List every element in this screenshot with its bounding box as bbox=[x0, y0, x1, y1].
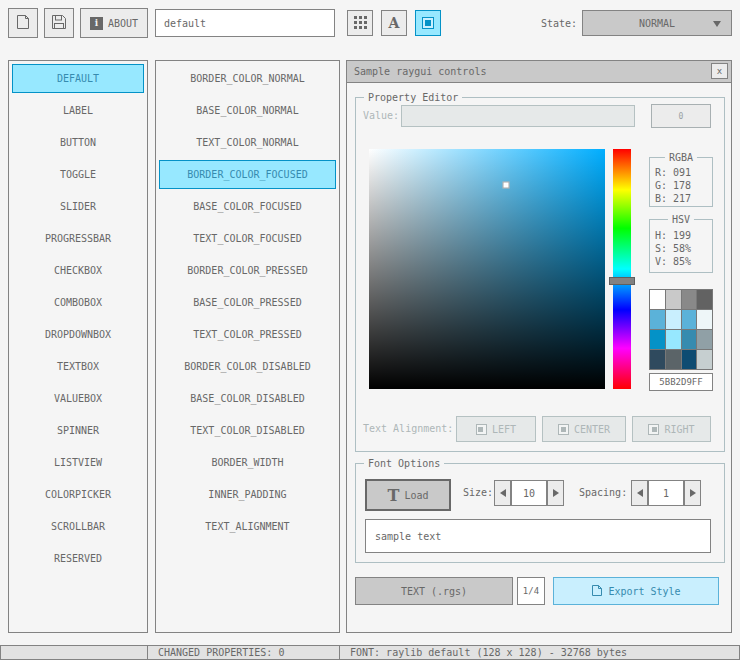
control-item-label[interactable]: LABEL bbox=[12, 96, 144, 125]
property-item-base-color-focused[interactable]: BASE_COLOR_FOCUSED bbox=[159, 192, 336, 221]
size-value-box[interactable]: 10 bbox=[511, 480, 547, 506]
style-name-input[interactable] bbox=[155, 9, 335, 37]
control-item-progressbar[interactable]: PROGRESSBAR bbox=[12, 224, 144, 253]
property-editor-group-label: Property Editor bbox=[364, 91, 462, 104]
align-center-label: CENTER bbox=[574, 424, 610, 435]
control-item-button[interactable]: BUTTON bbox=[12, 128, 144, 157]
control-item-spinner[interactable]: SPINNER bbox=[12, 416, 144, 445]
state-dropdown[interactable]: NORMAL bbox=[582, 10, 732, 36]
property-item-inner-padding[interactable]: INNER_PADDING bbox=[159, 480, 336, 509]
spacing-value-box[interactable]: 1 bbox=[648, 480, 684, 506]
property-item-text-color-pressed[interactable]: TEXT_COLOR_PRESSED bbox=[159, 320, 336, 349]
export-format-dropdown[interactable]: TEXT (.rgs) bbox=[355, 577, 513, 605]
chevron-down-icon bbox=[713, 21, 721, 27]
color-picker-area[interactable] bbox=[369, 149, 605, 389]
load-style-button[interactable] bbox=[8, 8, 38, 38]
palette-swatch[interactable] bbox=[666, 310, 681, 329]
controls-list: DEFAULTLABELBUTTONTOGGLESLIDERPROGRESSBA… bbox=[8, 60, 148, 633]
value-input[interactable] bbox=[401, 105, 635, 127]
control-item-dropdownbox[interactable]: DROPDOWNBOX bbox=[12, 320, 144, 349]
state-dropdown-value: NORMAL bbox=[639, 18, 675, 29]
page-indicator-button[interactable]: 1/4 bbox=[517, 577, 545, 605]
control-item-combobox[interactable]: COMBOBOX bbox=[12, 288, 144, 317]
sample-text-box[interactable]: sample text bbox=[365, 519, 711, 553]
save-style-button[interactable] bbox=[44, 8, 74, 38]
property-item-border-color-disabled[interactable]: BORDER_COLOR_DISABLED bbox=[159, 352, 336, 381]
palette-swatch[interactable] bbox=[650, 350, 665, 369]
property-item-base-color-normal[interactable]: BASE_COLOR_NORMAL bbox=[159, 96, 336, 125]
property-item-border-color-pressed[interactable]: BORDER_COLOR_PRESSED bbox=[159, 256, 336, 285]
about-button[interactable]: i ABOUT bbox=[80, 8, 148, 38]
floppy-disk-icon bbox=[51, 14, 67, 32]
rgba-g-value: G: 178 bbox=[655, 179, 712, 192]
color-picker-marker[interactable] bbox=[502, 182, 509, 189]
control-item-colorpicker[interactable]: COLORPICKER bbox=[12, 480, 144, 509]
size-label: Size: bbox=[463, 487, 493, 499]
style-table-button[interactable] bbox=[347, 10, 373, 36]
align-center-button[interactable]: CENTER bbox=[542, 416, 626, 442]
value-mini-button[interactable]: 0 bbox=[651, 104, 711, 128]
align-right-button[interactable]: RIGHT bbox=[632, 416, 711, 442]
statusbar-left-cell bbox=[0, 645, 148, 660]
hsv-v-value: V: 85% bbox=[655, 255, 712, 268]
spacing-increment-button[interactable] bbox=[684, 480, 701, 506]
property-item-border-color-focused[interactable]: BORDER_COLOR_FOCUSED bbox=[159, 160, 336, 189]
palette-swatch[interactable] bbox=[697, 290, 712, 309]
style-editor-button[interactable] bbox=[415, 10, 441, 36]
palette-swatch[interactable] bbox=[650, 290, 665, 309]
properties-list: BORDER_COLOR_NORMALBASE_COLOR_NORMALTEXT… bbox=[155, 60, 340, 633]
control-item-slider[interactable]: SLIDER bbox=[12, 192, 144, 221]
hue-bar[interactable] bbox=[613, 149, 631, 389]
control-item-reserved[interactable]: RESERVED bbox=[12, 544, 144, 573]
control-item-textbox[interactable]: TEXTBOX bbox=[12, 352, 144, 381]
control-item-default[interactable]: DEFAULT bbox=[12, 64, 144, 93]
close-button[interactable]: x bbox=[711, 63, 728, 79]
hex-input[interactable] bbox=[649, 373, 713, 391]
property-item-border-color-normal[interactable]: BORDER_COLOR_NORMAL bbox=[159, 64, 336, 93]
hue-slider-handle[interactable] bbox=[609, 277, 635, 285]
spacing-decrement-button[interactable] bbox=[631, 480, 648, 506]
triangle-right-icon bbox=[553, 489, 559, 497]
palette-swatch[interactable] bbox=[697, 350, 712, 369]
state-label: State: bbox=[541, 18, 577, 30]
property-item-text-color-normal[interactable]: TEXT_COLOR_NORMAL bbox=[159, 128, 336, 157]
size-decrement-button[interactable] bbox=[494, 480, 511, 506]
hsv-group: HSV H: 199 S: 58% V: 85% bbox=[649, 219, 713, 273]
control-item-toggle[interactable]: TOGGLE bbox=[12, 160, 144, 189]
palette-swatch[interactable] bbox=[650, 310, 665, 329]
palette-swatch[interactable] bbox=[666, 290, 681, 309]
palette-swatch[interactable] bbox=[650, 330, 665, 349]
palette-swatch[interactable] bbox=[697, 310, 712, 329]
size-increment-button[interactable] bbox=[547, 480, 564, 506]
property-item-base-color-pressed[interactable]: BASE_COLOR_PRESSED bbox=[159, 288, 336, 317]
export-icon bbox=[591, 584, 603, 599]
property-item-base-color-disabled[interactable]: BASE_COLOR_DISABLED bbox=[159, 384, 336, 413]
spacing-label: Spacing: bbox=[579, 487, 627, 499]
align-left-button[interactable]: LEFT bbox=[456, 416, 536, 442]
property-item-text-alignment[interactable]: TEXT_ALIGNMENT bbox=[159, 512, 336, 541]
align-right-label: RIGHT bbox=[664, 424, 694, 435]
sample-window-title: Sample raygui controls bbox=[354, 66, 486, 77]
rgba-r-value: R: 091 bbox=[655, 166, 712, 179]
load-font-button[interactable]: T Load bbox=[365, 479, 451, 511]
property-item-border-width[interactable]: BORDER_WIDTH bbox=[159, 448, 336, 477]
align-left-icon bbox=[476, 424, 487, 435]
palette-swatch[interactable] bbox=[666, 330, 681, 349]
palette-swatch[interactable] bbox=[697, 330, 712, 349]
property-item-text-color-focused[interactable]: TEXT_COLOR_FOCUSED bbox=[159, 224, 336, 253]
palette-swatch[interactable] bbox=[682, 350, 697, 369]
palette-swatch[interactable] bbox=[666, 350, 681, 369]
control-item-checkbox[interactable]: CHECKBOX bbox=[12, 256, 144, 285]
palette-swatch[interactable] bbox=[682, 290, 697, 309]
export-style-button[interactable]: Export Style bbox=[553, 577, 719, 605]
font-atlas-button[interactable]: A bbox=[381, 10, 407, 36]
palette-swatch[interactable] bbox=[682, 330, 697, 349]
property-item-text-color-disabled[interactable]: TEXT_COLOR_DISABLED bbox=[159, 416, 336, 445]
value-label: Value: bbox=[363, 110, 399, 122]
palette-swatch[interactable] bbox=[682, 310, 697, 329]
control-item-scrollbar[interactable]: SCROLLBAR bbox=[12, 512, 144, 541]
sample-window: Sample raygui controls x Property Editor… bbox=[346, 60, 732, 633]
font-t-icon: T bbox=[388, 486, 400, 505]
control-item-listview[interactable]: LISTVIEW bbox=[12, 448, 144, 477]
control-item-valuebox[interactable]: VALUEBOX bbox=[12, 384, 144, 413]
